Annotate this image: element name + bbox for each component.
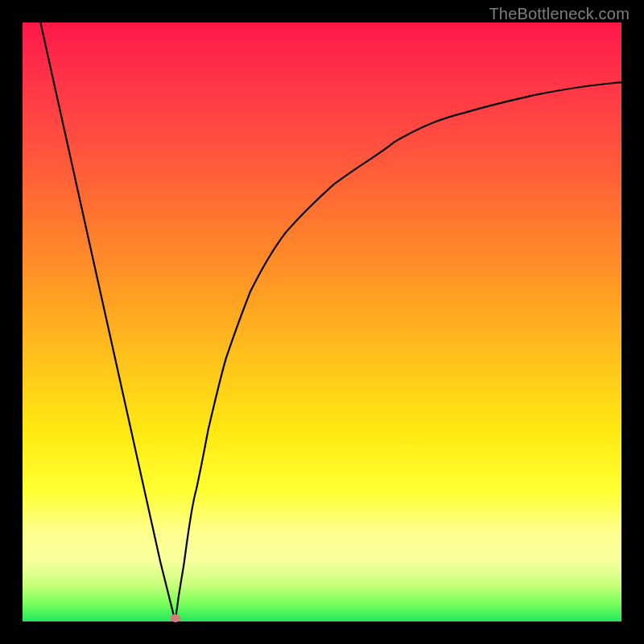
plot-area bbox=[23, 23, 621, 621]
watermark-text: TheBottleneck.com bbox=[489, 5, 630, 23]
bottleneck-curve bbox=[23, 23, 621, 621]
minimum-marker bbox=[170, 614, 180, 622]
chart-frame: TheBottleneck.com bbox=[0, 0, 644, 644]
